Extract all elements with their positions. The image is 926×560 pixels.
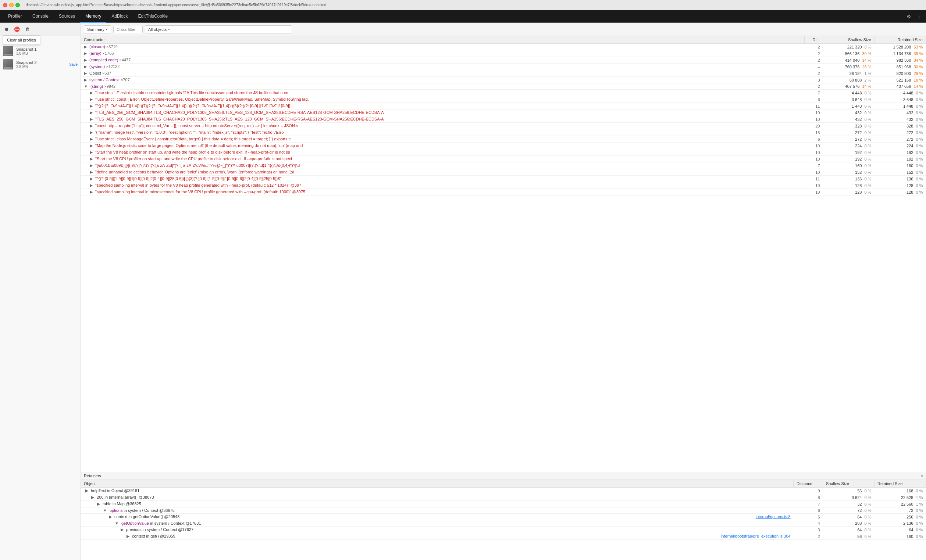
cell-distance: 2 [805, 50, 823, 57]
cell-constructor: ▶ system / Context ×707 [81, 77, 805, 83]
more-icon[interactable]: ⋮ [915, 12, 923, 21]
expand-arrow[interactable]: ▶ [90, 117, 93, 121]
tab-sources[interactable]: Sources [54, 10, 80, 23]
expand-arrow[interactable]: ▶ [90, 104, 93, 108]
summary-label: Summary [87, 27, 104, 32]
ret-cell-retained: 72 0 % [875, 507, 926, 514]
ret-cell-distance: 3 [794, 527, 823, 533]
snapshot-1-item[interactable]: Snapshot 1 3.0 MB [0, 44, 80, 58]
expand-arrow[interactable]: ▶ [90, 137, 93, 141]
retainer-row: ▼ getOptionValue in system / Context @17… [81, 520, 926, 527]
table-row: ▶ "'use strict'; const { Error, ObjectDe… [81, 96, 926, 103]
expand-arrow[interactable]: ▶ [84, 71, 87, 75]
retainer-link[interactable]: internal/options.js:8 [756, 515, 791, 519]
table-row: ▶ (system) ×12122 – 760 376 26 % 851 968… [81, 63, 926, 70]
cell-constructor: ▶ "'use strict'; /* eslint-disable no-re… [81, 90, 805, 96]
retainer-row: ▶ context in get() @29359 internal/boots… [81, 533, 926, 540]
cell-shallow: 1 448 0 % [823, 103, 875, 110]
snapshot-2-item[interactable]: Snapshot 2 2.9 MB Save [0, 58, 80, 71]
expand-arrow[interactable]: ▶ [90, 124, 93, 128]
retainers-scroll[interactable]: Object Distance Shallow Size Retained Si… [81, 480, 926, 560]
expand-arrow[interactable]: ▶ [90, 150, 93, 154]
cell-constructor: ▶ "specified sampling interval in bytes … [81, 182, 805, 189]
cell-shallow: 128 0 % [823, 182, 875, 189]
table-row: ▶ "const http = require("http"); const m… [81, 123, 926, 129]
table-row: ▶ "Map the Node.js static code to large … [81, 143, 926, 149]
ret-cell-object: ▼ options in system / Context @36675 [81, 507, 794, 514]
cell-constructor: ▶ "^((?:(?: [0-9a-fA-F]{1,4}):){7}(?:(?:… [81, 103, 805, 110]
snapshot-2-info: Snapshot 2 2.9 MB [16, 60, 66, 69]
ret-cell-object: ▶ 206 in (internal array)[] @38873 [81, 494, 794, 501]
expand-arrow[interactable]: ▶ [84, 64, 87, 69]
snapshot-1-info: Snapshot 1 3.0 MB [16, 47, 77, 56]
ret-col-retained: Retained Size [875, 480, 926, 488]
snapshot-2-name: Snapshot 2 [16, 60, 66, 65]
tab-memory[interactable]: Memory [80, 10, 106, 23]
cell-distance: 10 [805, 143, 823, 149]
sidebar: ⏺ ⛔ 🗑 Clear all profiles HEAP SNAPSHOTS … [0, 23, 81, 560]
cell-distance: 7 [805, 162, 823, 169]
ret-cell-retained: 160 0 % [875, 533, 926, 540]
cell-distance: 11 [805, 103, 823, 110]
settings-icon[interactable]: ⚙ [905, 12, 913, 21]
cell-retained: 272 0 % [875, 136, 926, 143]
cell-distance: 10 [805, 169, 823, 176]
cell-retained: 152 0 % [875, 169, 926, 176]
summary-dropdown[interactable]: Summary ▾ [84, 26, 111, 33]
titlebar-url: devtools://devtools/bundled/js_app.html?… [26, 3, 326, 7]
titlebar: devtools://devtools/bundled/js_app.html?… [0, 0, 926, 10]
retainer-row: ▶ context in getOptionValue() @20543 int… [81, 514, 926, 520]
tab-console[interactable]: Console [27, 10, 54, 23]
ret-cell-object: ▶ table in Map @36825 [81, 501, 794, 507]
class-filter-input[interactable] [113, 26, 143, 33]
expand-arrow[interactable]: ▶ [84, 44, 87, 49]
cell-retained: 407 656 14 % [875, 83, 926, 90]
app-body: ⏺ ⛔ 🗑 Clear all profiles HEAP SNAPSHOTS … [0, 23, 926, 560]
stop-button[interactable]: ⛔ [12, 25, 21, 34]
expand-arrow[interactable]: ▶ [90, 163, 93, 168]
cell-constructor: ▶ "Start the V8 CPU profiler on start up… [81, 156, 805, 162]
cell-shallow: 760 376 26 % [823, 63, 875, 70]
expand-arrow[interactable]: ▶ [90, 97, 93, 101]
table-row: ▶ Object ×637 2 36 184 1 % 820 800 29 % [81, 70, 926, 77]
expand-arrow[interactable]: ▼ [84, 84, 88, 89]
maximize-button[interactable] [15, 3, 20, 8]
tab-profiler[interactable]: Profiler [3, 10, 27, 23]
expand-arrow[interactable]: ▶ [90, 91, 93, 95]
cell-distance: 6 [805, 96, 823, 103]
traffic-lights [3, 3, 20, 8]
expand-arrow[interactable]: ▶ [90, 157, 93, 161]
clear-button[interactable]: 🗑 [23, 25, 32, 34]
table-row: ▶ (array) ×1766 2 866 136 30 % 1 134 736… [81, 50, 926, 57]
tab-adblock[interactable]: AdBlock [106, 10, 133, 23]
expand-arrow[interactable]: ▶ [90, 190, 93, 194]
objects-dropdown[interactable]: All objects ▾ [145, 26, 292, 33]
main-tabs-right: ⚙ ⋮ [905, 12, 923, 21]
expand-arrow[interactable]: ▶ [84, 77, 87, 82]
cell-retained: 521 168 18 % [875, 77, 926, 83]
minimize-button[interactable] [9, 3, 14, 8]
cell-distance: 2 [805, 57, 823, 63]
expand-arrow[interactable]: ▶ [84, 51, 87, 56]
expand-arrow[interactable]: ▶ [90, 130, 93, 134]
cell-retained: 820 800 29 % [875, 70, 926, 77]
cell-constructor: ▶ "[\u001B\u009B][[\]( )#;?]*(?:(?:(?:[a… [81, 162, 805, 169]
table-row: ▶ "'use strict'; /* eslint-disable no-re… [81, 90, 926, 96]
snapshot-2-save[interactable]: Save [69, 62, 77, 66]
close-button[interactable] [3, 3, 8, 8]
expand-arrow[interactable]: ▶ [90, 170, 93, 174]
expand-arrow[interactable]: ▶ [90, 177, 93, 181]
record-button[interactable]: ⏺ [2, 25, 11, 34]
cell-constructor: ▶ "^((?:[0-9]|[1-9][0-9]|1[0-9][0-9]|2[0… [81, 176, 805, 182]
tab-editthiscookie[interactable]: EditThisCookie [133, 10, 173, 23]
expand-arrow[interactable]: ▶ [90, 110, 93, 115]
cell-retained: 128 0 % [875, 182, 926, 189]
snapshot-1-size: 3.0 MB [16, 51, 77, 56]
cell-retained: 851 968 30 % [875, 63, 926, 70]
retainer-link[interactable]: internal/bootstrap/pre_execution.js:304 [721, 534, 791, 538]
cell-shallow: 272 0 % [823, 136, 875, 143]
retainers-menu-icon[interactable]: ≡ [921, 474, 923, 478]
expand-arrow[interactable]: ▶ [84, 58, 87, 62]
expand-arrow[interactable]: ▶ [90, 143, 93, 148]
expand-arrow[interactable]: ▶ [90, 183, 93, 187]
